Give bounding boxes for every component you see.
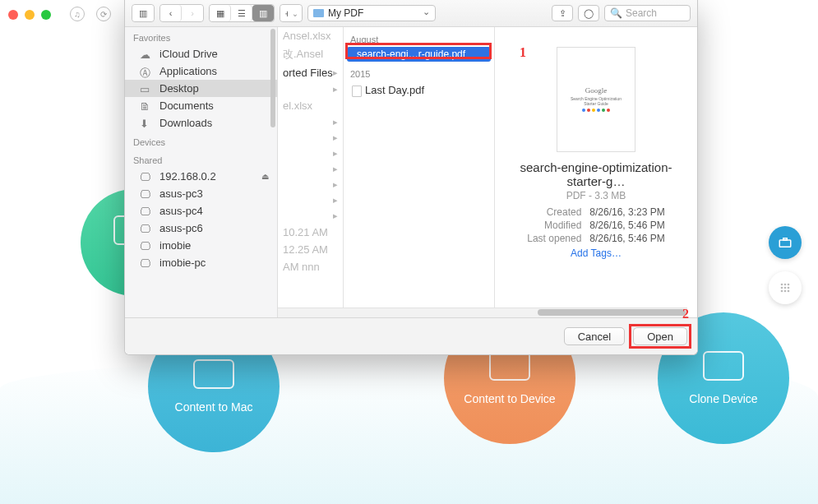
bg-ctd-label: Content to Device [464, 392, 555, 405]
briefcase-icon [778, 235, 793, 250]
svg-rect-0 [779, 240, 791, 247]
dialog-footer: Cancel Open [125, 317, 697, 354]
search-icon: 🔍 [610, 7, 622, 19]
desktop-icon: ▭ [140, 83, 153, 95]
sidebar-item-shared[interactable]: 🖵192.168.0.2⏏ [125, 168, 277, 185]
list-item[interactable]: el.xlsx [278, 97, 343, 114]
eject-icon[interactable]: ⏏ [261, 172, 269, 181]
sidebar-item-shared[interactable]: 🖵asus-pc3 [125, 185, 277, 202]
list-item[interactable]: ▸ [278, 208, 343, 224]
list-item[interactable]: ▸ [278, 114, 343, 130]
file-item[interactable]: Last Day.pdf [344, 81, 494, 99]
column-view-icon[interactable]: ▥ [252, 5, 274, 21]
sidebar-item-documents[interactable]: 🗎Documents [125, 97, 277, 114]
horizontal-scrollbar[interactable] [278, 307, 687, 317]
chevron-right-icon: ▸ [333, 84, 338, 95]
list-item[interactable]: ▸ [278, 130, 343, 146]
documents-icon: 🗎 [140, 100, 153, 112]
meta-value: 8/26/16, 3:23 PM [589, 206, 664, 218]
add-tags-link[interactable]: Add Tags… [571, 247, 622, 259]
search-input[interactable]: 🔍 Search [604, 5, 691, 21]
sidebar-item-shared[interactable]: 🖵imobie [125, 237, 277, 254]
sidebar-item-shared[interactable]: 🖵asus-pc6 [125, 220, 277, 237]
column-1: Ansel.xlsx 改.Ansel orted Files▸ ▸ el.xls… [278, 27, 344, 317]
sidebar-item-icloud[interactable]: ☁iCloud Drive [125, 45, 277, 62]
list-item[interactable]: ▸ [278, 161, 343, 177]
list-item[interactable]: 10.21 AM [278, 224, 343, 241]
thumb-logo: Google [585, 86, 608, 95]
view-mode-segmented[interactable]: ▦ ☰ ▥ [209, 4, 275, 22]
monitor-icon [193, 359, 234, 389]
chevron-right-icon: ▸ [333, 67, 338, 78]
back-button[interactable]: ‹ [160, 5, 182, 21]
meta-value: 8/26/16, 5:46 PM [589, 220, 664, 231]
search-placeholder: Search [626, 7, 657, 19]
sidebar-item-shared[interactable]: 🖵asus-pc4 [125, 202, 277, 220]
sidebar-item-desktop[interactable]: ▭Desktop [125, 80, 277, 97]
side-badge-apps[interactable] [769, 271, 802, 304]
bg-clone-label: Clone Device [689, 392, 757, 405]
sidebar-toggle[interactable]: ▥ [132, 4, 155, 22]
chevron-right-icon: ▸ [333, 210, 338, 221]
list-view-icon[interactable]: ☰ [231, 5, 252, 21]
computer-icon: 🖵 [140, 257, 153, 269]
open-button[interactable]: Open [633, 327, 687, 345]
preview-kind: PDF - 3.3 MB [503, 190, 689, 201]
svg-point-6 [784, 287, 787, 289]
cancel-button[interactable]: Cancel [564, 327, 625, 345]
document-icon [352, 86, 362, 97]
side-badge-toolkit[interactable] [769, 226, 802, 259]
list-item[interactable]: ▸ [278, 192, 343, 208]
sidebar: Favorites ☁iCloud Drive ⒶApplications ▭D… [125, 27, 278, 317]
downloads-icon: ⬇ [140, 118, 153, 129]
list-item[interactable]: Ansel.xlsx [278, 27, 343, 44]
list-item[interactable]: orted Files▸ [278, 64, 343, 81]
apps-icon: Ⓐ [140, 66, 153, 77]
refresh-icon[interactable]: ⟳ [96, 7, 111, 21]
close-icon[interactable] [8, 10, 18, 20]
list-item[interactable]: 改.Ansel [278, 44, 343, 64]
sidebar-item-label: imobie [159, 239, 191, 252]
list-item[interactable]: AM nnn [278, 258, 343, 275]
arrange-menu[interactable]: ⫞ ⌄ [280, 4, 303, 22]
icon-view-icon[interactable]: ▦ [210, 5, 231, 21]
sidebar-item-label: 192.168.0.2 [159, 170, 216, 183]
clone-icon [703, 351, 744, 381]
sidebar-item-label: imobie-pc [159, 257, 206, 269]
thumb-subtitle: Search Engine Optimization Starter Guide [567, 96, 625, 106]
music-icon[interactable]: ♫ [70, 7, 85, 21]
svg-point-5 [781, 287, 783, 289]
file-thumbnail: Google Search Engine Optimization Starte… [557, 47, 635, 152]
svg-rect-1 [783, 238, 788, 240]
sidebar-item-label: iCloud Drive [159, 48, 218, 60]
minimize-icon[interactable] [25, 10, 35, 20]
sidebar-scrollbar[interactable] [270, 29, 275, 127]
sidebar-item-applications[interactable]: ⒶApplications [125, 62, 277, 80]
chevron-right-icon: ▸ [333, 179, 338, 190]
file-name: Last Day.pdf [365, 84, 424, 96]
bg-ctm-label: Content to Mac [175, 400, 253, 414]
forward-button[interactable]: › [182, 5, 203, 21]
sidebar-item-label: Documents [159, 99, 214, 112]
chevron-right-icon: ▸ [333, 164, 338, 174]
annotation-1: 1 [520, 45, 526, 60]
window-controls [8, 10, 51, 20]
chevron-right-icon: ▸ [333, 148, 338, 159]
svg-point-2 [781, 284, 783, 286]
sidebar-item-shared[interactable]: 🖵imobie-pc [125, 254, 277, 271]
svg-point-9 [784, 290, 787, 293]
list-item[interactable]: ▸ [278, 146, 343, 161]
sidebar-item-downloads[interactable]: ⬇Downloads [125, 114, 277, 132]
list-item[interactable]: ▸ [278, 81, 343, 97]
list-item[interactable]: 12.25 AM [278, 241, 343, 258]
preview-title: search-engine-optimization-starter-g… [503, 160, 689, 188]
chevron-right-icon: ▸ [333, 195, 338, 206]
device-icon [489, 351, 530, 381]
grid-icon [779, 281, 792, 294]
list-item[interactable]: ▸ [278, 177, 343, 192]
file-item-selected[interactable]: search-engi…r-guide.pdf [347, 47, 491, 62]
tags-button[interactable]: ◯ [578, 5, 599, 21]
folder-path-popup[interactable]: My PDF [307, 5, 436, 21]
zoom-icon[interactable] [41, 10, 51, 20]
share-button[interactable]: ⇪ [552, 5, 573, 21]
